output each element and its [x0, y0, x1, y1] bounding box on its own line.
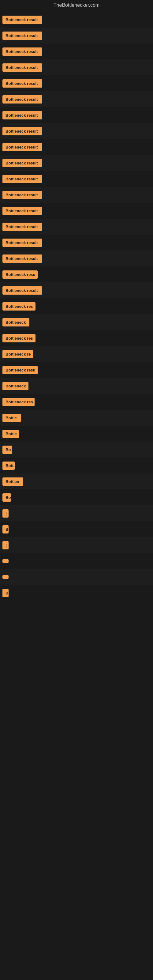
bottleneck-result-badge[interactable]: Bottleneck result	[2, 223, 42, 231]
bottleneck-result-badge[interactable]: Bottle	[2, 430, 19, 438]
bottleneck-result-badge[interactable]: Bottleneck result	[2, 255, 42, 263]
bottleneck-result-badge[interactable]: Bottleneck resu	[2, 366, 38, 374]
result-row: Bottleneck result	[0, 282, 153, 298]
bottleneck-result-badge[interactable]: Bottleneck result	[2, 32, 42, 40]
result-row: Bottleneck res	[0, 330, 153, 346]
results-container: Bottleneck resultBottleneck resultBottle…	[0, 10, 153, 602]
result-row: Bottleneck result	[0, 75, 153, 91]
bottleneck-result-badge[interactable]: B	[2, 525, 9, 533]
bottleneck-result-badge[interactable]: Bottleneck result	[2, 64, 42, 72]
result-row: Bottleneck result	[0, 155, 153, 171]
bottleneck-result-badge[interactable]: Bottleneck result	[2, 175, 42, 183]
result-row: Bottleneck result	[0, 203, 153, 219]
bottleneck-result-badge[interactable]: Bottlen	[2, 477, 23, 486]
result-row: Bottleneck result	[0, 91, 153, 107]
bottleneck-result-badge[interactable]: B	[2, 589, 9, 597]
bottleneck-result-badge[interactable]: Bottleneck	[2, 382, 29, 390]
result-row: Bottleneck	[0, 314, 153, 330]
result-row: Bottleneck resu	[0, 266, 153, 282]
result-row: Bottleneck result	[0, 59, 153, 75]
bottleneck-result-badge[interactable]: |	[2, 509, 9, 517]
bottleneck-result-badge[interactable]: Bottleneck result	[2, 239, 42, 247]
bottleneck-result-badge[interactable]: |	[2, 541, 9, 549]
result-row: |	[0, 505, 153, 521]
result-row: Bottleneck result	[0, 219, 153, 235]
bottleneck-result-badge[interactable]: Bottleneck result	[2, 286, 42, 294]
bottleneck-result-badge[interactable]: Bottleneck result	[2, 191, 42, 199]
result-row: Bottleneck result	[0, 123, 153, 139]
result-row: Bottleneck resu	[0, 362, 153, 378]
result-row: Bo	[0, 489, 153, 505]
result-row	[0, 569, 153, 585]
bottleneck-result-badge[interactable]: Bottleneck re	[2, 350, 33, 358]
bottleneck-result-badge[interactable]: Bottleneck result	[2, 127, 42, 135]
bottleneck-result-badge[interactable]: Bottleneck result	[2, 111, 42, 119]
bottleneck-result-badge[interactable]: Bottleneck	[2, 318, 29, 326]
bottleneck-result-badge[interactable]: Bo	[2, 493, 11, 502]
result-row: Bottleneck result	[0, 139, 153, 155]
result-row: Bottleneck result	[0, 107, 153, 123]
result-row: Bott	[0, 458, 153, 474]
result-row: B	[0, 521, 153, 537]
result-row: B	[0, 585, 153, 601]
result-row: |	[0, 537, 153, 553]
bottleneck-result-badge[interactable]: Bottleneck result	[2, 95, 42, 103]
result-row: Bottleneck re	[0, 346, 153, 362]
bottleneck-result-badge[interactable]: Bottleneck res	[2, 398, 35, 406]
result-row: Bottle	[0, 410, 153, 426]
bottleneck-result-badge[interactable]	[2, 575, 9, 579]
bottleneck-result-badge[interactable]: Bottleneck res	[2, 302, 35, 310]
result-row: Bottleneck res	[0, 394, 153, 410]
result-row: Bottleneck result	[0, 171, 153, 187]
bottleneck-result-badge[interactable]: Bottleneck result	[2, 143, 42, 151]
result-row: Bottleneck result	[0, 43, 153, 59]
bottleneck-result-badge[interactable]: Bo	[2, 445, 12, 454]
result-row: Bottleneck	[0, 378, 153, 394]
site-title: TheBottlenecker.com	[0, 0, 153, 10]
result-row: Bo	[0, 442, 153, 458]
bottleneck-result-badge[interactable]: Bottleneck resu	[2, 270, 38, 279]
result-row: Bottlen	[0, 474, 153, 489]
result-row: Bottleneck result	[0, 187, 153, 203]
bottleneck-result-badge[interactable]: Bottleneck result	[2, 207, 42, 215]
bottleneck-result-badge[interactable]: Bottleneck result	[2, 48, 42, 56]
bottleneck-result-badge[interactable]	[2, 559, 9, 563]
bottleneck-result-badge[interactable]: Bottleneck res	[2, 334, 35, 342]
result-row: Bottleneck result	[0, 12, 153, 27]
bottleneck-result-badge[interactable]: Bottleneck result	[2, 16, 42, 24]
bottleneck-result-badge[interactable]: Bottleneck result	[2, 79, 42, 88]
result-row: Bottleneck result	[0, 27, 153, 43]
result-row: Bottleneck res	[0, 298, 153, 314]
result-row	[0, 553, 153, 569]
result-row: Bottle	[0, 426, 153, 442]
result-row: Bottleneck result	[0, 250, 153, 266]
bottleneck-result-badge[interactable]: Bottleneck result	[2, 159, 42, 167]
bottleneck-result-badge[interactable]: Bott	[2, 461, 15, 470]
result-row: Bottleneck result	[0, 235, 153, 250]
bottleneck-result-badge[interactable]: Bottle	[2, 414, 21, 422]
